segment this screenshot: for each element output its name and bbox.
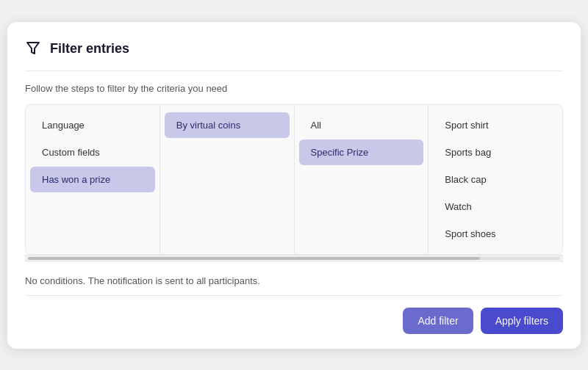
modal-footer: Add filter Apply filters (25, 295, 563, 334)
apply-filters-button[interactable]: Apply filters (481, 308, 563, 334)
filter-icon (25, 40, 41, 59)
col2-item-by-virtual-coins[interactable]: By virtual coins (165, 112, 290, 138)
col1-item-custom-fields[interactable]: Custom fields (30, 139, 155, 165)
modal-header: Filter entries (25, 40, 563, 71)
scrollbar-area[interactable] (25, 255, 563, 262)
filter-modal: Filter entries Follow the steps to filte… (7, 22, 581, 349)
scrollbar-track (28, 257, 560, 260)
col4-item-black-cap[interactable]: Black cap (433, 167, 558, 192)
instruction-text: Follow the steps to filter by the criter… (25, 83, 563, 94)
modal-title: Filter entries (50, 41, 129, 57)
column-4: Sport shirt Sports bag Black cap Watch S… (429, 105, 562, 254)
filter-columns: Language Custom fields Has won a prize B… (25, 104, 563, 255)
col3-item-specific-prize[interactable]: Specific Prize (299, 139, 424, 165)
col4-item-watch[interactable]: Watch (433, 194, 558, 220)
column-2: By virtual coins (160, 105, 295, 254)
col4-item-sports-bag[interactable]: Sports bag (433, 139, 558, 165)
col4-item-sport-shoes[interactable]: Sport shoes (433, 221, 558, 247)
col1-item-has-won-prize[interactable]: Has won a prize (30, 167, 155, 192)
svg-marker-0 (27, 43, 39, 54)
scrollbar-thumb (28, 257, 480, 260)
col1-item-language[interactable]: Language (30, 112, 155, 138)
column-3: All Specific Prize (295, 105, 429, 254)
add-filter-button[interactable]: Add filter (403, 308, 473, 334)
col3-item-all[interactable]: All (299, 112, 424, 138)
col4-item-sport-shirt[interactable]: Sport shirt (433, 112, 558, 138)
no-conditions-text: No conditions. The notification is sent … (25, 262, 563, 292)
column-1: Language Custom fields Has won a prize (26, 105, 160, 254)
